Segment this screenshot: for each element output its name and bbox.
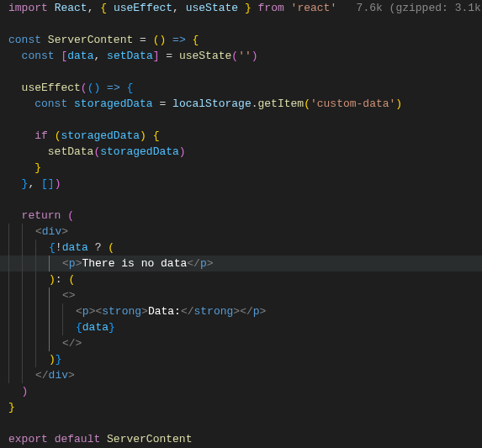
code-line[interactable]: const ServerContent = () => { [0, 32, 482, 48]
string: '' [238, 50, 252, 62]
keyword-const: const [8, 34, 41, 46]
keyword-if: if [34, 129, 48, 142]
identifier: localStorage [172, 98, 252, 110]
code-line[interactable]: )} [0, 351, 482, 367]
code-line[interactable]: } [0, 160, 482, 176]
component-name: ServerContent [48, 34, 133, 46]
code-line[interactable]: setData(storagedData) [0, 144, 482, 160]
code-line[interactable] [0, 192, 482, 208]
jsx-text: Data: [148, 305, 181, 318]
keyword-import: import [8, 2, 48, 14]
code-line[interactable]: const [data, setData] = useState('') [0, 48, 482, 64]
code-line[interactable]: <div> [0, 224, 482, 240]
jsx-text: There is no data [82, 257, 187, 270]
code-line[interactable]: </div> [0, 367, 482, 383]
code-line[interactable]: {data} [0, 319, 482, 335]
code-line[interactable]: </> [0, 335, 482, 351]
code-line[interactable]: ) [0, 383, 482, 399]
code-line[interactable]: <p><strong>Data:</strong></p> [0, 303, 482, 319]
identifier: React [55, 2, 87, 14]
identifier: useState [186, 2, 238, 14]
keyword-from: from [258, 2, 284, 14]
jsx-tag: div [42, 225, 61, 238]
code-line[interactable] [0, 64, 482, 80]
fn-call: useEffect [22, 82, 81, 94]
code-line[interactable]: <> [0, 287, 482, 303]
identifier: data [67, 50, 93, 62]
code-line[interactable]: return ( [0, 208, 482, 224]
identifier: useEffect [114, 2, 172, 14]
code-line[interactable]: ): ( [0, 271, 482, 287]
fn-call: setData [48, 145, 94, 158]
code-line[interactable]: export default ServerContent [0, 431, 482, 447]
code-line[interactable]: }, []) [0, 176, 482, 192]
code-line[interactable]: {!data ? ( [0, 240, 482, 256]
keyword-return: return [22, 209, 61, 222]
code-line[interactable]: <p>There is no data</p> [0, 256, 482, 271]
code-line[interactable]: const storagedData = localStorage.getIte… [0, 96, 482, 112]
code-line[interactable] [0, 16, 482, 32]
code-line[interactable]: import React, { useEffect, useState } fr… [0, 0, 482, 16]
import-size-hint: 7.6k (gzipped: 3.1k) [357, 2, 482, 14]
fn-call: useState [179, 50, 231, 62]
code-line[interactable]: if (storagedData) { [0, 128, 482, 144]
code-line[interactable]: useEffect(() => { [0, 80, 482, 96]
keyword-default: default [55, 433, 101, 445]
keyword-export: export [8, 433, 48, 445]
jsx-tag: p [69, 257, 76, 270]
string: 'custom-data' [310, 98, 395, 110]
jsx-tag: strong [102, 305, 141, 318]
arrow: => [172, 34, 186, 46]
code-line[interactable] [0, 112, 482, 128]
code-line[interactable]: } [0, 399, 482, 415]
code-editor[interactable]: import React, { useEffect, useState } fr… [0, 0, 482, 447]
identifier: setData [107, 50, 153, 62]
identifier: storagedData [74, 98, 153, 110]
code-line[interactable] [0, 415, 482, 431]
string: 'react' [291, 2, 337, 14]
fn-call: getItem [258, 98, 305, 110]
